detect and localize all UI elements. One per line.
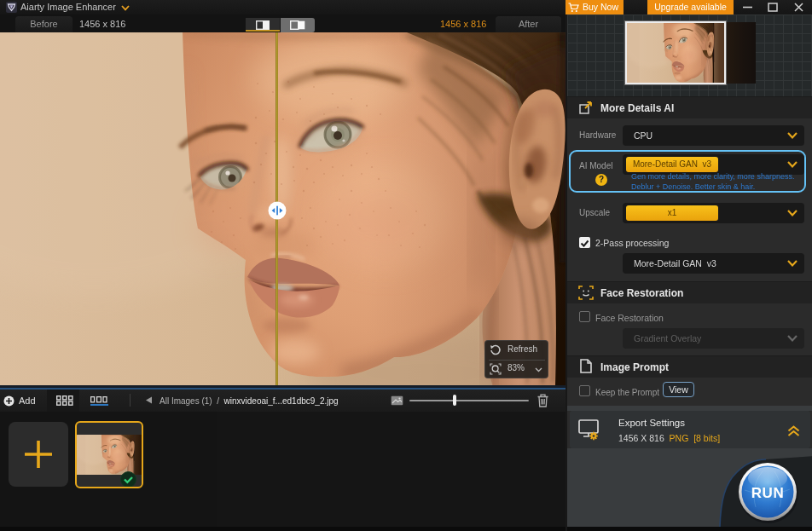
svg-text:RUN: RUN	[751, 485, 784, 501]
